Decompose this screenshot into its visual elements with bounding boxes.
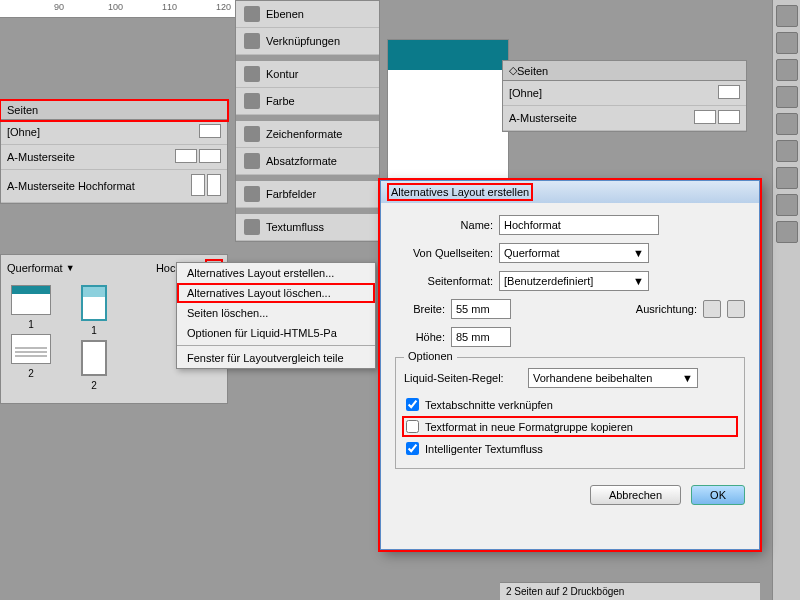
master-ohne-2[interactable]: [Ohne] (503, 81, 746, 106)
ok-button[interactable]: OK (691, 485, 745, 505)
orient-label: Ausrichtung: (599, 303, 697, 315)
page-hoch-1[interactable] (81, 285, 107, 321)
ctx-liquid-options[interactable]: Optionen für Liquid-HTML5-Pa (177, 323, 375, 343)
seiten-tab-2[interactable]: ◇ Seiten (503, 61, 746, 81)
chk-copy-textformat[interactable]: Textformat in neue Formatgruppe kopieren (404, 418, 736, 435)
master-a-2[interactable]: A-Musterseite (503, 106, 746, 131)
canvas-bg (0, 18, 230, 100)
liquid-label: Liquid-Seiten-Regel: (404, 372, 522, 384)
tool-icon[interactable] (776, 5, 798, 27)
pages-panel-left: Seiten [Ohne] A-Musterseite A-Musterseit… (0, 100, 228, 204)
liquid-select[interactable]: Vorhandene beibehalten▼ (528, 368, 698, 388)
panel-kontur[interactable]: Kontur (236, 61, 379, 88)
tool-icon[interactable] (776, 221, 798, 243)
right-toolbar (772, 0, 800, 600)
height-label: Höhe: (395, 331, 445, 343)
page-quer-1[interactable] (11, 285, 51, 315)
master-a[interactable]: A-Musterseite (1, 145, 227, 170)
panel-farbfelder[interactable]: Farbfelder (236, 181, 379, 208)
cancel-button[interactable]: Abbrechen (590, 485, 681, 505)
name-label: Name: (395, 219, 493, 231)
panel-farbe[interactable]: Farbe (236, 88, 379, 115)
stroke-icon (244, 66, 260, 82)
ctx-compare-window[interactable]: Fenster für Layoutvergleich teile (177, 348, 375, 368)
parastyle-icon (244, 153, 260, 169)
options-legend: Optionen (404, 350, 457, 362)
source-select[interactable]: Querformat▼ (499, 243, 649, 263)
page-quer-2[interactable] (11, 334, 51, 364)
tool-icon[interactable] (776, 113, 798, 135)
height-input[interactable] (451, 327, 511, 347)
ctx-create-layout[interactable]: Alternatives Layout erstellen... (177, 263, 375, 283)
tool-icon[interactable] (776, 140, 798, 162)
charstyle-icon (244, 126, 260, 142)
ctx-delete-pages[interactable]: Seiten löschen... (177, 303, 375, 323)
name-input[interactable] (499, 215, 659, 235)
dialog-title-bar: Alternatives Layout erstellen (381, 181, 759, 203)
panel-zeichen[interactable]: Zeichenformate (236, 121, 379, 148)
swatches-icon (244, 186, 260, 202)
panel-absatz[interactable]: Absatzformate (236, 148, 379, 175)
page-hoch-2[interactable] (81, 340, 107, 376)
panel-ebenen[interactable]: Ebenen (236, 1, 379, 28)
seiten-tab[interactable]: Seiten (1, 101, 227, 120)
layout-quer[interactable]: Querformat▼ (7, 262, 75, 274)
status-bar: 2 Seiten auf 2 Druckbögen (500, 582, 760, 600)
tool-icon[interactable] (776, 86, 798, 108)
chk-link-text[interactable]: Textabschnitte verknüpfen (404, 396, 736, 413)
panel-verkn[interactable]: Verknüpfungen (236, 28, 379, 55)
links-icon (244, 33, 260, 49)
source-label: Von Quellseiten: (395, 247, 493, 259)
right-panel-stack: Ebenen Verknüpfungen Kontur Farbe Zeiche… (235, 0, 380, 242)
tool-icon[interactable] (776, 59, 798, 81)
width-input[interactable] (451, 299, 511, 319)
layers-icon (244, 6, 260, 22)
alt-layout-dialog: Alternatives Layout erstellen Name: Von … (380, 180, 760, 550)
pages-panel-right: ◇ Seiten [Ohne] A-Musterseite (502, 60, 747, 132)
color-icon (244, 93, 260, 109)
panel-textumfluss[interactable]: Textumfluss (236, 214, 379, 241)
chk-smart-reflow[interactable]: Intelligenter Textumfluss (404, 440, 736, 457)
width-label: Breite: (395, 303, 445, 315)
document-preview (388, 40, 508, 190)
portrait-icon[interactable] (703, 300, 721, 318)
tool-icon[interactable] (776, 32, 798, 54)
master-ohne[interactable]: [Ohne] (1, 120, 227, 145)
tool-icon[interactable] (776, 194, 798, 216)
master-a-hoch[interactable]: A-Musterseite Hochformat (1, 170, 227, 203)
format-select[interactable]: [Benutzerdefiniert]▼ (499, 271, 649, 291)
tool-icon[interactable] (776, 167, 798, 189)
landscape-icon[interactable] (727, 300, 745, 318)
textwrap-icon (244, 219, 260, 235)
format-label: Seitenformat: (395, 275, 493, 287)
ctx-delete-layout[interactable]: Alternatives Layout löschen... (177, 283, 375, 303)
context-menu: Alternatives Layout erstellen... Alterna… (176, 262, 376, 369)
